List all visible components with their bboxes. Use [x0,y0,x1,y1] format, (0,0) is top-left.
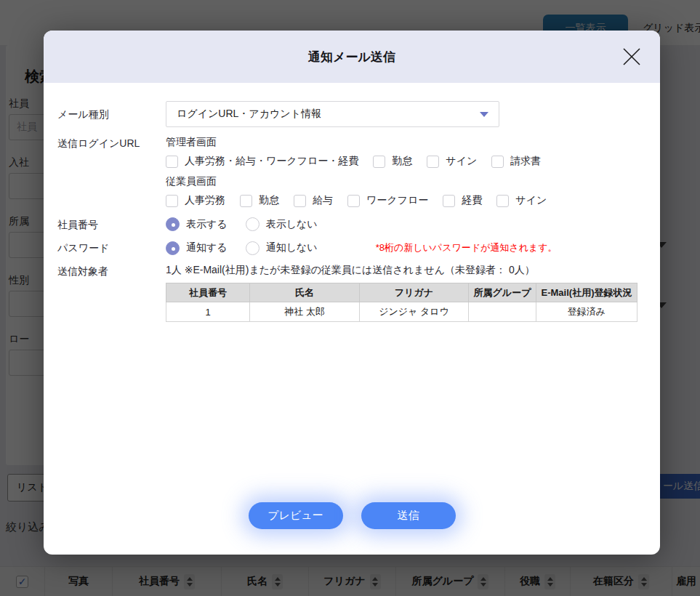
checkbox-option[interactable]: 請求書 [491,155,541,168]
recipients-col-header: 社員番号 [166,283,250,302]
chevron-down-icon [480,112,488,117]
checkbox-label: 勤怠 [259,194,279,207]
radio-label: 表示する [186,218,228,231]
checkbox-label: サイン [515,194,547,207]
mail-type-label: メール種別 [57,101,166,127]
checkbox-option[interactable]: 勤怠 [373,155,412,168]
checkbox-option[interactable]: 給与 [294,194,333,207]
recipients-col-header: E-Mail(社用)登録状況 [536,283,637,302]
recipients-label: 送信対象者 [57,264,166,322]
modal-title: 通知メール送信 [308,49,395,65]
close-icon[interactable] [621,46,643,68]
recipients-cell: 神社 太郎 [250,302,360,322]
checkbox-label: 人事労務 [185,194,225,207]
checkbox-icon[interactable] [240,195,252,207]
recipients-col-header: フリガナ [360,283,469,302]
checkbox-label: 経費 [462,194,482,207]
radio-label: 表示しない [266,218,318,231]
checkbox-icon[interactable] [347,195,360,207]
radio-icon[interactable] [246,241,260,255]
checkbox-icon[interactable] [373,156,385,168]
checkbox-option[interactable]: 人事労務 [166,194,225,207]
radio-option[interactable]: 表示しない [246,217,318,231]
recipients-summary: 1人 ※E-Mail(社用)またが未登録の従業員には送信されません（未登録者： … [166,264,638,277]
checkbox-option[interactable]: サイン [427,155,477,168]
checkbox-option[interactable]: 経費 [443,194,482,207]
password-label: パスワード [57,241,166,255]
modal-header: 通知メール送信 [44,31,660,83]
login-url-label: 送信ログインURL [57,136,166,214]
password-note: *8桁の新しいパスワードが通知されます。 [376,241,558,254]
checkbox-option[interactable]: 人事労務・給与・ワークフロー・経費 [166,155,358,168]
recipients-cell: 登録済み [536,302,637,322]
radio-label: 通知する [186,241,228,254]
send-button[interactable]: 送信 [361,502,456,529]
checkbox-label: サイン [446,155,477,168]
radio-option[interactable]: 表示する [166,217,228,231]
preview-button[interactable]: プレビュー [249,502,343,529]
mail-type-value: ログインURL・アカウント情報 [177,108,321,121]
checkbox-label: ワークフロー [366,194,428,207]
modal-body: メール種別 ログインURL・アカウント情報 送信ログインURL 管理者画面人事労… [44,83,660,502]
checkbox-option[interactable]: サイン [496,194,547,207]
checkbox-label: 勤怠 [392,155,412,168]
recipients-cell: 1 [166,302,250,322]
recipients-cell: ジンジャ タロウ [360,302,469,322]
checkbox-row: 人事労務・給与・ワークフロー・経費勤怠サイン請求書 [166,155,638,168]
password-radio-group: 通知する通知しない [166,241,318,255]
checkbox-label: 人事労務・給与・ワークフロー・経費 [185,155,358,168]
radio-icon[interactable] [166,241,180,255]
mail-type-select[interactable]: ログインURL・アカウント情報 [166,101,499,127]
login-url-groups: 管理者画面人事労務・給与・ワークフロー・経費勤怠サイン請求書従業員画面人事労務勤… [166,136,638,214]
radio-label: 通知しない [266,241,318,254]
checkbox-label: 給与 [313,194,333,207]
modal-footer: プレビュー 送信 [44,502,660,555]
checkbox-icon[interactable] [491,156,504,168]
employee-number-label: 社員番号 [57,217,166,232]
recipients-table: 社員番号氏名フリガナ所属グループE-Mail(社用)登録状況1神社 太郎ジンジャ… [166,283,637,322]
radio-icon[interactable] [246,217,260,231]
checkbox-label: 請求書 [510,155,541,168]
checkbox-icon[interactable] [166,195,178,207]
checkbox-icon[interactable] [427,156,439,168]
recipients-col-header: 氏名 [250,283,360,302]
login-group-heading: 従業員画面 [166,175,638,187]
checkbox-icon[interactable] [166,156,178,168]
checkbox-option[interactable]: 勤怠 [240,194,279,207]
checkbox-icon[interactable] [443,195,455,207]
notification-mail-modal: 通知メール送信 メール種別 ログインURL・アカウント情報 送信ログインURL … [44,31,660,555]
employee-number-radio-group: 表示する表示しない [166,217,638,231]
table-row: 1神社 太郎ジンジャ タロウ登録済み [166,302,637,322]
radio-option[interactable]: 通知する [166,241,228,255]
checkbox-option[interactable]: ワークフロー [347,194,428,207]
radio-option[interactable]: 通知しない [246,241,318,255]
recipients-col-header: 所属グループ [469,283,536,302]
checkbox-icon[interactable] [496,195,509,207]
radio-icon[interactable] [166,217,180,231]
checkbox-icon[interactable] [294,195,306,207]
checkbox-row: 人事労務勤怠給与ワークフロー経費サイン [166,194,638,207]
recipients-cell [469,302,536,322]
login-group-heading: 管理者画面 [166,136,638,148]
